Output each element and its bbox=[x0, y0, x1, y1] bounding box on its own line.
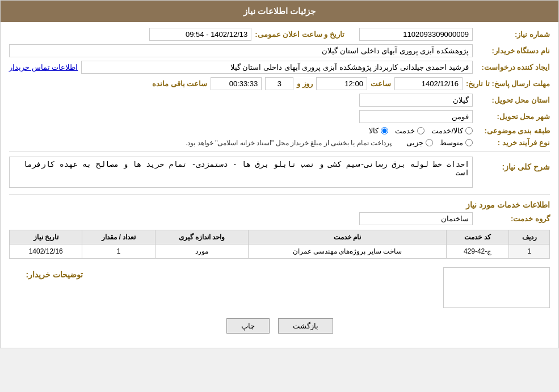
category-radio-khedmat[interactable] bbox=[417, 127, 424, 134]
purchase-label-motavasset: متوسط bbox=[440, 138, 463, 147]
divider-1 bbox=[9, 151, 550, 152]
delivery-city-label: شهر محل تحویل: bbox=[476, 112, 550, 121]
reply-days-label: روز و bbox=[297, 79, 313, 88]
table-cell-2: ساخت سایر پروژه‌های مهندسی عمران bbox=[249, 245, 447, 259]
main-content: شماره نیاز: 1102093309000009 تاریخ و ساع… bbox=[1, 22, 558, 348]
category-radio-kala-khedmat[interactable] bbox=[465, 127, 473, 134]
category-label-kala-khedmat: کالا/خدمت bbox=[431, 127, 463, 135]
print-button[interactable]: چاپ bbox=[226, 318, 270, 334]
service-group-row: گروه خدمت: ساختمان bbox=[9, 212, 550, 225]
purchase-radio-motavasset[interactable] bbox=[465, 139, 473, 146]
back-button[interactable]: بازگشت bbox=[278, 318, 333, 334]
table-header-row: ردیف کد خدمت نام خدمت واحد اندازه گیری ت… bbox=[10, 230, 550, 245]
buyer-notes-area bbox=[92, 267, 550, 310]
reply-time: 12:00 bbox=[316, 77, 367, 90]
category-option-kala[interactable]: کالا bbox=[369, 127, 388, 135]
col-header-row-num: ردیف bbox=[509, 230, 550, 245]
table-cell-3: مورد bbox=[155, 245, 248, 259]
buyer-org-label: نام دستگاه خریدار: bbox=[476, 47, 550, 55]
table-row: 1ج-42-429ساخت سایر پروژه‌های مهندسی عمرا… bbox=[10, 245, 550, 259]
page-title: جزئیات اطلاعات نیاز bbox=[1, 1, 558, 22]
announcement-value: 1402/12/13 - 09:54 bbox=[149, 28, 251, 41]
buyer-notes-input[interactable] bbox=[443, 267, 550, 308]
category-label: طبقه بندی موضوعی: bbox=[476, 127, 550, 135]
service-group-value: ساختمان bbox=[359, 212, 473, 225]
col-header-date: تاریخ نیاز bbox=[10, 230, 82, 245]
need-description-row: شرح کلی نیاز: bbox=[9, 157, 550, 189]
need-number-row: شماره نیاز: 1102093309000009 تاریخ و ساع… bbox=[9, 28, 550, 41]
table-cell-0: 1 bbox=[509, 245, 550, 259]
reply-date: 1402/12/16 bbox=[394, 77, 463, 90]
buyer-org-row: نام دستگاه خریدار: پژوهشکده آبزی پروری آ… bbox=[9, 44, 550, 57]
col-header-qty: تعداد / مقدار bbox=[82, 230, 155, 245]
delivery-province-row: استان محل تحویل: گیلان bbox=[9, 94, 550, 107]
col-header-unit: واحد اندازه گیری bbox=[155, 230, 248, 245]
buyer-notes-label: توضیحات خریدار: bbox=[9, 270, 83, 279]
service-table: ردیف کد خدمت نام خدمت واحد اندازه گیری ت… bbox=[9, 230, 550, 259]
buyer-org-value: پژوهشکده آبزی پروری آبهای داخلی استان گی… bbox=[9, 44, 473, 57]
delivery-province-value: گیلان bbox=[359, 94, 473, 107]
delivery-city-value: فومن bbox=[359, 110, 473, 123]
category-row: طبقه بندی موضوعی: کالا/خدمت خدمت کالا bbox=[9, 127, 550, 135]
need-description-text bbox=[9, 157, 473, 188]
need-description-label: شرح کلی نیاز: bbox=[476, 162, 550, 171]
category-option-kala-khedmat[interactable]: کالا/خدمت bbox=[431, 127, 473, 135]
purchase-type-label: نوع فرآیند خرید : bbox=[476, 138, 550, 147]
purchase-option-jozi[interactable]: جزیی bbox=[406, 138, 433, 147]
purchase-label-jozi: جزیی bbox=[406, 138, 423, 147]
action-buttons: بازگشت چاپ bbox=[9, 318, 550, 334]
reply-deadline-row: مهلت ارسال پاسخ: تا تاریخ: 1402/12/16 سا… bbox=[9, 77, 550, 90]
purchase-radio-jozi[interactable] bbox=[426, 139, 433, 146]
category-label-kala: کالا bbox=[369, 127, 379, 135]
contact-info-link[interactable]: اطلاعات تماس خریدار bbox=[9, 63, 78, 71]
table-cell-5: 1402/12/16 bbox=[10, 245, 82, 259]
page-container: جزئیات اطلاعات نیاز شماره نیاز: 11020933… bbox=[0, 0, 559, 348]
creator-value: فرشید احمدی جیلدانی کاربرداز پژوهشکده آب… bbox=[81, 61, 473, 74]
purchase-note: پرداخت تمام یا بخشی از مبلغ خریداز محل "… bbox=[186, 139, 392, 147]
col-header-service-name: نام خدمت bbox=[249, 230, 447, 245]
reply-deadline-label: مهلت ارسال پاسخ: تا تاریخ: bbox=[466, 79, 550, 88]
table-cell-4: 1 bbox=[82, 245, 155, 259]
category-option-khedmat[interactable]: خدمت bbox=[395, 127, 424, 135]
need-number-value: 1102093309000009 bbox=[359, 28, 473, 41]
delivery-city-row: شهر محل تحویل: فومن bbox=[9, 110, 550, 123]
creator-row: ایجاد کننده درخواست: فرشید احمدی جیلدانی… bbox=[9, 61, 550, 74]
buyer-notes-row: توضیحات خریدار: bbox=[9, 267, 550, 310]
delivery-province-label: استان محل تحویل: bbox=[476, 96, 550, 104]
reply-time-label: ساعت bbox=[371, 79, 391, 88]
purchase-radio-group: متوسط جزیی bbox=[406, 138, 473, 147]
need-number-label: شماره نیاز: bbox=[476, 30, 550, 39]
category-radio-kala[interactable] bbox=[381, 127, 388, 134]
category-radio-group: کالا/خدمت خدمت کالا bbox=[369, 127, 473, 135]
service-info-title: اطلاعات خدمات مورد نیاز bbox=[9, 200, 550, 209]
reply-remaining-label: ساعت باقی مانده bbox=[152, 79, 207, 88]
announcement-label: تاریخ و ساعت اعلان عمومی: bbox=[255, 30, 344, 39]
col-header-service-code: کد خدمت bbox=[446, 230, 509, 245]
purchase-option-motavasset[interactable]: متوسط bbox=[440, 138, 473, 147]
service-group-label: گروه خدمت: bbox=[476, 214, 550, 223]
purchase-type-row: نوع فرآیند خرید : متوسط جزیی پرداخت تمام… bbox=[9, 138, 550, 147]
creator-label: ایجاد کننده درخواست: bbox=[476, 63, 550, 71]
table-cell-1: ج-42-429 bbox=[446, 245, 509, 259]
category-label-khedmat: خدمت bbox=[395, 127, 415, 135]
reply-remaining: 00:33:33 bbox=[211, 77, 262, 90]
divider-2 bbox=[9, 194, 550, 195]
reply-days: 3 bbox=[265, 77, 293, 90]
header-title: جزئیات اطلاعات نیاز bbox=[243, 6, 316, 16]
